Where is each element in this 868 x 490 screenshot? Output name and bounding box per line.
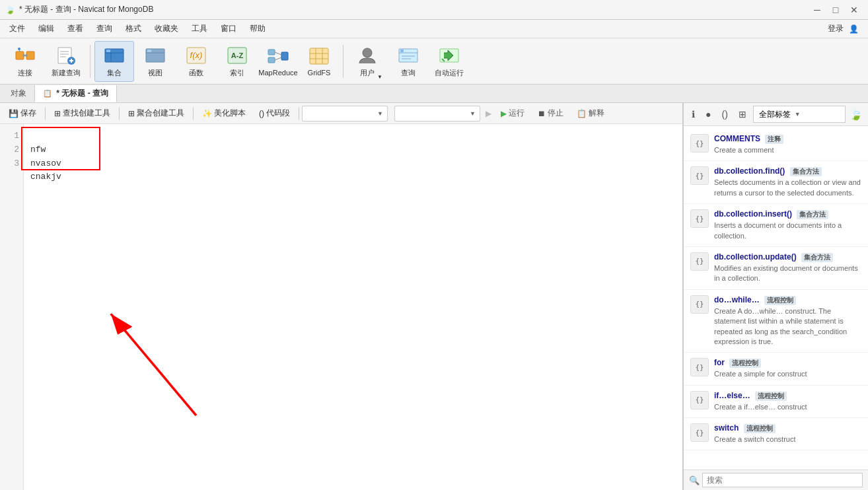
dropdown-2[interactable]: ▼	[394, 106, 480, 122]
menu-help[interactable]: 帮助	[243, 20, 272, 37]
braces-icon[interactable]: ()	[719, 108, 730, 121]
snippet-ifelse-content: if…else… 流程控制 Create a if…else… construc…	[714, 391, 861, 412]
svg-rect-38	[400, 50, 404, 52]
title-bar-left: 🍃 * 无标题 - 查询 - Navicat for MongoDB	[5, 4, 153, 15]
menu-query[interactable]: 查询	[90, 20, 119, 37]
snippet-ifelse-icon: {}	[690, 391, 709, 409]
menu-file[interactable]: 文件	[3, 20, 32, 37]
editor-panel: 💾 保存 ⊞ 查找创建工具 ⊞ 聚合创建工具 ✨ 美化脚本 () 代码段	[0, 103, 683, 490]
snippet-for-desc: Create a simple for construct	[714, 369, 861, 379]
user-label: 用户	[360, 68, 375, 78]
snippet-switch[interactable]: {} switch 流程控制 Create a switch construct	[684, 418, 868, 450]
tags-dropdown-arrow: ▼	[795, 111, 801, 118]
toolbar-index[interactable]: A-Z 索引	[217, 41, 257, 82]
aggregate-icon: ⊞	[128, 109, 135, 118]
toolbar-sep3	[193, 107, 194, 120]
toolbar-view[interactable]: 视图	[135, 41, 175, 82]
toolbar-user[interactable]: 用户 ▼	[347, 41, 387, 82]
tab-bar: 对象 📋 * 无标题 - 查询	[0, 85, 868, 103]
aggregate-builder-button[interactable]: ⊞ 聚合创建工具	[122, 105, 190, 122]
snippet-dowhile[interactable]: {} do…while… 流程控制 Create A do…while… con…	[684, 290, 868, 353]
menu-edit[interactable]: 编辑	[32, 20, 61, 37]
menu-format[interactable]: 格式	[119, 20, 148, 37]
snippet-comments-icon: {}	[690, 134, 709, 153]
svg-rect-27	[281, 52, 288, 60]
grid-icon[interactable]: ⊞	[736, 108, 749, 121]
snippet-insert[interactable]: {} db.collection.insert() 集合方法 Inserts a…	[684, 204, 868, 247]
toolbar-mapreduce[interactable]: MapReduce	[258, 41, 298, 82]
svg-rect-26	[268, 57, 275, 63]
snippet-button[interactable]: () 代码段	[253, 105, 296, 122]
save-button[interactable]: 💾 保存	[3, 105, 42, 122]
snippet-comments-title: COMMENTS 注释	[714, 134, 861, 144]
leaf-icon: 🍃	[850, 108, 863, 121]
snippet-find-icon: {}	[690, 166, 709, 185]
snippet-comments[interactable]: {} COMMENTS 注释 Create a comment	[684, 129, 868, 161]
info-icon[interactable]: ℹ	[689, 108, 698, 121]
stop-button[interactable]: ⏹ 停止	[532, 106, 569, 121]
snippet-ifelse-title: if…else… 流程控制	[714, 391, 861, 401]
toolbar-sep4	[299, 107, 299, 120]
toolbar-connect[interactable]: 连接	[5, 41, 45, 82]
toolbar-sep2	[119, 107, 120, 120]
dot-icon[interactable]: ●	[703, 108, 713, 121]
gridfs-label: GridFS	[308, 69, 331, 77]
run-icon: ▶	[501, 109, 507, 118]
snippet-comments-desc: Create a comment	[714, 145, 861, 155]
beautify-button[interactable]: ✨ 美化脚本	[196, 105, 252, 122]
snippet-ifelse[interactable]: {} if…else… 流程控制 Create a if…else… const…	[684, 386, 868, 418]
right-panel-icons: ℹ ● () ⊞	[689, 108, 749, 121]
code-editor[interactable]: 1 2 3 nfw nvasov cnakjv	[0, 124, 682, 490]
dropdown-1[interactable]: ▼	[302, 106, 388, 122]
menu-view[interactable]: 查看	[61, 20, 90, 37]
maximize-button[interactable]: □	[827, 3, 844, 17]
snippet-ifelse-badge: 流程控制	[755, 392, 787, 401]
app-icon: 🍃	[5, 5, 15, 15]
autorun-icon	[439, 45, 460, 66]
menu-items: 文件 编辑 查看 查询 格式 收藏夹 工具 窗口 帮助	[3, 20, 272, 37]
snippet-switch-title: switch 流程控制	[714, 423, 861, 433]
tags-area: 全部标签 ▼	[753, 106, 846, 123]
snippet-switch-icon: {}	[690, 423, 709, 442]
new-query-icon	[55, 45, 77, 66]
explain-button[interactable]: 📋 解释	[571, 106, 610, 121]
menu-favorites[interactable]: 收藏夹	[148, 20, 185, 37]
run-button[interactable]: ▶ 运行	[495, 106, 530, 121]
snippet-for-badge: 流程控制	[729, 359, 761, 368]
toolbar-query[interactable]: 查询	[388, 41, 428, 82]
login-link[interactable]: 登录	[828, 23, 844, 34]
tab-object[interactable]: 对象	[3, 85, 35, 102]
menu-window[interactable]: 窗口	[214, 20, 243, 37]
minimize-button[interactable]: ─	[809, 3, 826, 17]
tab-query[interactable]: 📋 * 无标题 - 查询	[35, 85, 117, 102]
line-numbers: 1 2 3	[0, 124, 24, 490]
close-button[interactable]: ✕	[846, 3, 863, 17]
menu-bar: 文件 编辑 查看 查询 格式 收藏夹 工具 窗口 帮助 登录 👤	[0, 20, 868, 38]
snippet-for[interactable]: {} for 流程控制 Create a simple for construc…	[684, 353, 868, 385]
new-query-label: 新建查询	[52, 68, 81, 78]
snippet-find-badge: 集合方法	[790, 167, 822, 176]
dropdown-2-arrow: ▼	[470, 110, 476, 117]
right-panel-search: 🔍	[684, 470, 868, 490]
code-content[interactable]: nfw nvasov cnakjv	[24, 124, 682, 490]
toolbar-gridfs[interactable]: GridFS	[299, 41, 339, 82]
user-icon	[357, 45, 378, 66]
toolbar-sep-1	[90, 45, 90, 78]
toolbar-collection[interactable]: 集合	[94, 41, 134, 82]
snippet-find[interactable]: {} db.collection.find() 集合方法 Selects doc…	[684, 161, 868, 204]
search-input[interactable]	[702, 473, 863, 487]
snippet-update-content: db.collection.update() 集合方法 Modifies an …	[714, 252, 861, 284]
toolbar-autorun[interactable]: 自动运行	[429, 41, 469, 82]
editor-toolbar: 💾 保存 ⊞ 查找创建工具 ⊞ 聚合创建工具 ✨ 美化脚本 () 代码段	[0, 103, 682, 124]
tags-dropdown[interactable]: 全部标签 ▼	[753, 106, 846, 123]
line-num-1: 1	[4, 129, 19, 143]
menu-tools[interactable]: 工具	[185, 20, 214, 37]
svg-point-5	[18, 48, 20, 50]
query-builder-button[interactable]: ⊞ 查找创建工具	[48, 105, 116, 122]
snippet-insert-badge: 集合方法	[797, 210, 828, 219]
toolbar-new-query[interactable]: 新建查询	[46, 41, 86, 82]
snippet-update[interactable]: {} db.collection.update() 集合方法 Modifies …	[684, 247, 868, 290]
toolbar-function[interactable]: f(x) 函数	[176, 41, 216, 82]
line-num-2: 2	[4, 143, 19, 157]
snippet-dowhile-title: do…while… 流程控制	[714, 295, 861, 305]
